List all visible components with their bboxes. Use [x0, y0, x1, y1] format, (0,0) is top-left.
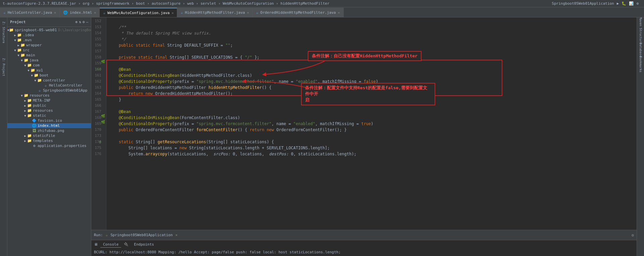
tree-index-html[interactable]: 🌐 index.html	[7, 123, 91, 128]
ln-166: 166	[91, 103, 103, 109]
code-line-174: static String[] getResourceLocations(Str…	[109, 139, 637, 145]
static-icon: 📁	[27, 113, 32, 118]
tree-meta-inf[interactable]: ▶ 📁 META-INF	[7, 98, 91, 103]
resources2-arrow: ▶	[23, 109, 27, 112]
tree-controller[interactable]: ▼ 📁 controller	[7, 78, 91, 83]
tab-index-close[interactable]: ✕	[94, 11, 96, 14]
gutter-bean-icon-2: 🌿	[101, 114, 105, 118]
sidebar-settings-icon[interactable]: ⚙	[83, 20, 85, 24]
xu1-icon: 📁	[30, 68, 36, 72]
annotation-box-2: 条件注解：配置文件中支持Rest的配置是false,需要到配置文件中开启	[301, 83, 435, 105]
ln-155: 155	[91, 36, 103, 42]
tab-webmvc[interactable]: ☕ WebMvcAutoConfiguration.java ✕	[100, 8, 177, 17]
tree-resources[interactable]: ▼ 📁 resources	[7, 93, 91, 98]
zhifubao-label: zhifubao.png	[38, 129, 64, 133]
tab-hello-controller[interactable]: ☕ HelloController.java ✕	[0, 8, 60, 17]
app-props-icon: ⚙	[32, 144, 37, 148]
tree-src[interactable]: ▼ 📁 src	[7, 48, 91, 53]
run-buttons: ▶ 🐛 📊 ⚙	[617, 1, 640, 6]
ln-176: 176	[91, 151, 103, 157]
tree-favicon[interactable]: 🔷 favicon.ico	[7, 118, 91, 123]
maven-panel-btn[interactable]: Maven	[638, 19, 644, 25]
sidebar-sort-icon[interactable]: ⇅	[79, 20, 81, 24]
tree-public[interactable]: ▶ 📁 public	[7, 103, 91, 108]
tree-xu1[interactable]: ▼ 📁 xu1	[7, 68, 91, 73]
tree-templates[interactable]: ▶ 📁 templates	[7, 138, 91, 143]
code-line-169: @ConditionalOnProperty(prefix = "spring.…	[109, 121, 637, 127]
code-line-167: @Bean	[109, 109, 637, 115]
run-icon[interactable]: ▶	[617, 1, 619, 6]
ln-161: 161	[91, 72, 103, 79]
tab-index-html[interactable]: 🌐 index.html ✕	[60, 8, 100, 17]
tab-hello-close[interactable]: ✕	[54, 11, 56, 14]
endpoints-tab[interactable]: Endpoints	[131, 242, 157, 247]
debug-icon[interactable]: 🐛	[622, 1, 626, 6]
idea-label: .idea	[23, 33, 34, 37]
console-tab-bar: 🖥 Console 🔌 Endpoints	[91, 240, 637, 249]
wrapper-icon: 📁	[20, 43, 26, 47]
index-icon: 🌐	[32, 123, 37, 128]
ln-154: 154	[91, 30, 103, 36]
tab-hidden-close[interactable]: ✕	[247, 11, 249, 14]
top-breadcrumb: t-autoconfigure-2.3.7.RELEASE.jar › org …	[0, 0, 644, 7]
tree-mvn[interactable]: ▼ 📁 .mvn	[7, 38, 91, 43]
settings-icon[interactable]: ⚙	[636, 1, 639, 6]
zhifubao-icon: 🖼	[32, 129, 37, 133]
run-settings-icon[interactable]: ⚙	[632, 233, 634, 238]
boot-icon: 📁	[34, 73, 39, 78]
tab-webmvc-close[interactable]: ✕	[171, 11, 174, 15]
boot-arrow: ▼	[30, 74, 34, 77]
tree-hello-controller[interactable]: ☕ HelloController	[7, 83, 91, 88]
resources-arrow: ▼	[20, 94, 23, 97]
ln-157: 157	[91, 48, 103, 54]
tree-boot[interactable]: ▼ 📁 boot	[7, 73, 91, 78]
code-line-173	[109, 133, 637, 139]
tree-app[interactable]: ☕ Springboot05Web01App	[7, 88, 91, 93]
tab-ordered-close[interactable]: ✕	[338, 11, 340, 14]
database-panel-btn[interactable]: Database	[638, 47, 644, 53]
sidebar-add-icon[interactable]: ⊕	[76, 20, 78, 24]
favicon-label: favicon.ico	[38, 118, 62, 123]
code-line-156: public static final String DEFAULT_SUFFI…	[109, 42, 637, 48]
tree-wrapper[interactable]: ▶ 📁 wrapper	[7, 43, 91, 48]
editor-tab-bar: ☕ HelloController.java ✕ 🌐 index.html ✕ …	[0, 7, 644, 17]
ln-163: 163	[91, 85, 103, 91]
tree-zhifubao[interactable]: 🖼 zhifubao.png	[7, 128, 91, 133]
controller-arrow: ▼	[34, 79, 37, 82]
annotation-box-1: 条件注解：自己没有配置HiddenHttpMethodFilter	[308, 51, 422, 61]
tree-resources2[interactable]: ▶ 📁 resources	[7, 108, 91, 113]
tab-hello-label: HelloController.java	[8, 10, 52, 15]
tab-hidden-icon: ☕	[181, 10, 183, 15]
sidebar-collapse-icon[interactable]: —	[86, 20, 88, 24]
code-line-161: @ConditionalOnMissingBean(HiddenHttpMeth…	[109, 72, 637, 79]
ln-162: 162	[91, 79, 103, 85]
tab-ordered-filter[interactable]: ☕ OrderedHiddenHttpMethodFilter.java ✕	[253, 8, 344, 17]
tree-root[interactable]: ▼ 📁 springboot-05-web01 D:\Java\springBo…	[7, 28, 91, 33]
tree-static[interactable]: ▼ 📁 static	[7, 113, 91, 118]
breadcrumb-text: t-autoconfigure-2.3.7.RELEASE.jar › org …	[3, 1, 330, 6]
tree-com[interactable]: ▼ 📁 com	[7, 63, 91, 68]
tree-java[interactable]: ▼ 📁 java	[7, 58, 91, 63]
root-label: springboot-05-web01	[14, 28, 57, 32]
code-editor[interactable]: 152 153 154 155 156 157 158 159 160 161 …	[91, 17, 637, 230]
mvn-arrow: ▼	[13, 39, 17, 42]
templates-label: templates	[33, 139, 53, 143]
run-close[interactable]: ✕	[176, 233, 178, 237]
main-label: main	[26, 53, 35, 57]
structure-panel-btn[interactable]: Z: Project	[1, 55, 6, 79]
templates-icon: 📁	[27, 139, 32, 143]
bookmarks-panel-btn[interactable]: Bookmarks	[638, 61, 644, 67]
tree-main[interactable]: ▼ 📁 main	[7, 53, 91, 58]
coverage-icon[interactable]: 📊	[629, 1, 634, 6]
tree-idea[interactable]: ▶ 📁 .idea	[7, 33, 91, 38]
project-panel-btn[interactable]: Z: Structure	[1, 19, 6, 46]
gutter-bean-icon: 🌿	[101, 60, 105, 63]
java-label: java	[30, 58, 39, 62]
tree-staticfile[interactable]: ▶ 📁 staticFile	[7, 133, 91, 138]
structure-panel-btn-right[interactable]: Structure	[638, 33, 644, 39]
ln-173: 173	[91, 133, 103, 139]
ln-152: 152	[91, 18, 103, 24]
tab-hidden-filter[interactable]: ☕ HiddenHttpMethodFilter.java ✕	[177, 8, 252, 17]
console-tab[interactable]: Console	[100, 242, 121, 248]
tree-application[interactable]: ⚙ application.properties	[7, 143, 91, 148]
